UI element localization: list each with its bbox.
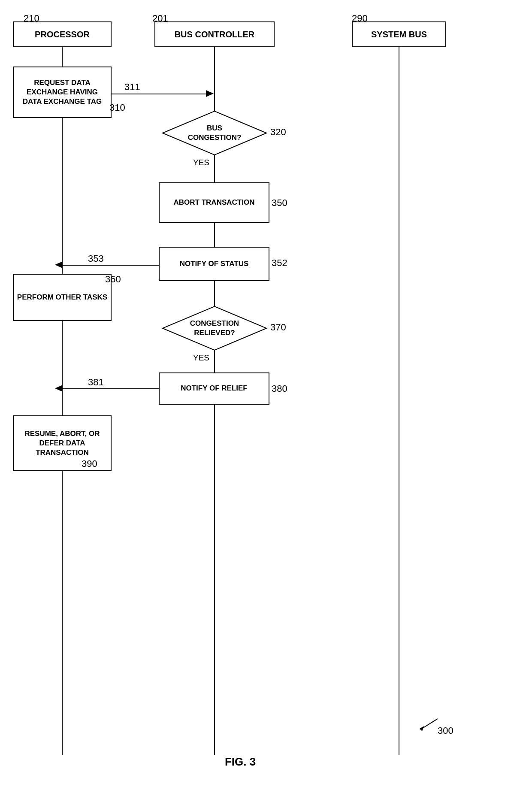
swimlane-system-bus: SYSTEM BUS <box>352 21 446 47</box>
ref-380: 380 <box>272 383 287 394</box>
box-perform-other-tasks: PERFORM OTHER TASKS <box>13 274 112 321</box>
ref-310: 310 <box>109 102 125 113</box>
arrow-353-head <box>54 261 63 269</box>
ref-352: 352 <box>272 257 287 269</box>
line-relief-down <box>214 405 215 428</box>
box-abort-transaction: ABORT TRANSACTION <box>159 182 269 223</box>
ref-300-arrow <box>412 712 442 734</box>
svg-marker-6 <box>420 726 424 731</box>
ref-390: 390 <box>82 458 97 469</box>
arrow-381-head <box>54 385 63 393</box>
line-notify-to-diamond2 <box>214 281 215 305</box>
box-notify-status: NOTIFY OF STATUS <box>159 247 269 281</box>
processor-lifeline <box>62 47 63 755</box>
svg-marker-4 <box>55 385 63 392</box>
ref-381: 381 <box>88 377 104 388</box>
swimlane-bus-controller: BUS CONTROLLER <box>154 21 275 47</box>
diamond-bus-congestion: BUS CONGESTION? <box>161 109 268 157</box>
arrow-311-line <box>112 94 210 94</box>
arrow-311-head <box>206 90 215 98</box>
box-notify-relief: NOTIFY OF RELIEF <box>159 372 269 405</box>
ref-350: 350 <box>272 197 287 209</box>
yes-label-2: YES <box>193 353 209 363</box>
ref-353: 353 <box>88 253 104 264</box>
arrow-381-line <box>62 388 159 389</box>
line-abort-to-notify <box>214 223 215 247</box>
figure-label: FIG. 3 <box>197 755 283 769</box>
box-request-data-exchange: REQUEST DATA EXCHANGE HAVING DATA EXCHAN… <box>13 67 112 118</box>
swimlane-processor: PROCESSOR <box>13 21 112 47</box>
yes-label-1: YES <box>193 158 209 167</box>
diamond-congestion-text: CONGESTION RELIEVED? <box>188 319 242 338</box>
ref-320: 320 <box>270 127 286 138</box>
svg-marker-0 <box>206 90 214 97</box>
svg-marker-2 <box>55 261 63 268</box>
diamond-bus-congestion-text: BUS CONGESTION? <box>188 124 242 142</box>
arrow-353-line <box>62 265 159 266</box>
system-bus-lifeline <box>399 47 399 755</box>
diamond-congestion-relieved: CONGESTION RELIEVED? <box>161 305 268 352</box>
ref-360: 360 <box>105 274 121 285</box>
ref-311: 311 <box>124 82 140 93</box>
line-diamond-to-abort <box>214 156 215 182</box>
ref-370: 370 <box>270 322 286 333</box>
line-diamond2-to-relief <box>214 351 215 372</box>
